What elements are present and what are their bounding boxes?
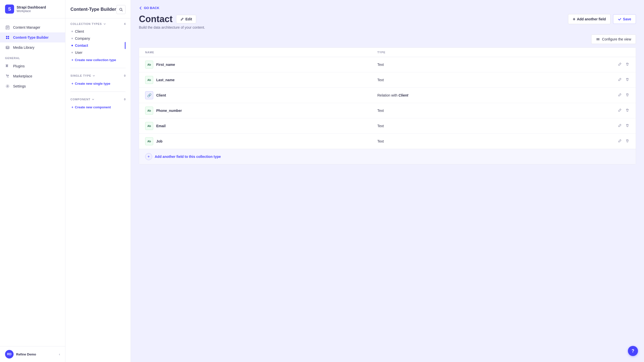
add-field-plus-icon: + xyxy=(145,153,152,160)
field-name-cell: Ab Job xyxy=(145,137,377,145)
field-delete-button[interactable] xyxy=(625,93,630,98)
field-type-icon: Ab xyxy=(145,76,153,84)
content-type-sidebar: Content-Type Builder COLLECTION TYPES 4 … xyxy=(65,0,131,362)
sidebar-item-company[interactable]: Company xyxy=(70,35,126,42)
add-another-field-button[interactable]: + Add another field xyxy=(568,14,611,24)
sidebar-title: Content-Type Builder xyxy=(70,7,116,12)
nav-item-content-manager[interactable]: Content Manager xyxy=(0,22,65,32)
single-type-count: 0 xyxy=(124,74,126,77)
edit-button[interactable]: Edit xyxy=(176,15,196,23)
puzzle-icon xyxy=(5,64,10,69)
field-type: Text xyxy=(377,109,610,113)
user-avatar: RD xyxy=(5,350,14,358)
collection-types-count: 4 xyxy=(124,22,126,25)
field-edit-button[interactable] xyxy=(618,108,622,113)
nav-chevron-icon[interactable]: ‹ xyxy=(59,352,60,356)
collection-types-label: COLLECTION TYPES xyxy=(70,22,106,25)
table-row: Ab First_name Text xyxy=(139,57,636,72)
field-delete-button[interactable] xyxy=(625,139,630,144)
general-section-label: GENERAL xyxy=(0,53,65,61)
field-edit-button[interactable] xyxy=(618,93,622,98)
component-label: COMPONENT xyxy=(70,98,94,101)
nav-item-media-library[interactable]: Media Library xyxy=(0,42,65,53)
field-name: Last_name xyxy=(156,78,175,82)
nav-item-plugins[interactable]: Plugins xyxy=(0,61,65,71)
nav-item-marketplace[interactable]: Marketplace xyxy=(0,71,65,81)
field-type: Text xyxy=(377,63,610,67)
svg-point-12 xyxy=(7,86,8,87)
field-actions xyxy=(610,108,630,113)
user-name: Refine Demo xyxy=(16,352,56,356)
sidebar-item-user[interactable]: User xyxy=(70,49,126,56)
main-content: GO BACK Contact Edit + Add another field… xyxy=(131,0,644,362)
list-dot xyxy=(71,52,73,53)
field-actions xyxy=(610,123,630,129)
svg-line-14 xyxy=(122,10,123,11)
nav-item-content-type-builder[interactable]: Content-Type Builder xyxy=(0,32,65,42)
go-back-link[interactable]: GO BACK xyxy=(139,6,636,10)
add-field-footer[interactable]: + Add another field to this collection t… xyxy=(139,149,636,164)
sidebar-divider-2 xyxy=(70,92,126,92)
help-button[interactable]: ? xyxy=(628,346,638,356)
sidebar-item-client[interactable]: Client xyxy=(70,28,126,35)
field-edit-button[interactable] xyxy=(618,77,622,83)
nav-header: S Strapi Dashboard Workplace xyxy=(0,0,65,18)
list-dot xyxy=(71,38,73,39)
svg-rect-7 xyxy=(8,38,9,39)
image-icon xyxy=(5,45,10,50)
field-delete-button[interactable] xyxy=(625,108,630,113)
field-delete-button[interactable] xyxy=(625,62,630,67)
sidebar-divider xyxy=(70,68,126,68)
app-subtitle: Workplace xyxy=(17,9,46,13)
nav-item-label: Content Manager xyxy=(13,25,40,29)
app-name: Strapi Dashboard xyxy=(17,5,46,9)
svg-rect-6 xyxy=(6,38,7,39)
field-edit-button[interactable] xyxy=(618,62,622,67)
field-delete-button[interactable] xyxy=(625,123,630,129)
field-actions xyxy=(610,93,630,98)
sidebar-item-contact[interactable]: Contact xyxy=(70,42,126,49)
grid-icon xyxy=(5,35,10,40)
svg-point-10 xyxy=(7,77,8,78)
nav-item-label: Settings xyxy=(13,84,26,88)
field-type: Text xyxy=(377,78,610,82)
field-actions xyxy=(610,139,630,144)
nav-item-settings[interactable]: Settings xyxy=(0,81,65,91)
field-delete-button[interactable] xyxy=(625,77,630,83)
cart-icon xyxy=(5,74,10,79)
nav-item-label: Plugins xyxy=(13,64,25,68)
field-name-cell: Ab Phone_number xyxy=(145,107,377,115)
field-edit-button[interactable] xyxy=(618,139,622,144)
create-collection-type-link[interactable]: + Create new collection type xyxy=(70,56,126,64)
field-name: Client xyxy=(156,93,166,97)
save-button[interactable]: Save xyxy=(613,14,636,24)
create-component-link[interactable]: + Create new component xyxy=(70,103,126,111)
list-dot xyxy=(71,45,73,46)
collection-types-section: COLLECTION TYPES 4 Client Company Contac… xyxy=(65,18,131,66)
main-inner: GO BACK Contact Edit + Add another field… xyxy=(131,0,644,362)
svg-rect-5 xyxy=(8,36,9,37)
list-dot xyxy=(71,31,73,32)
sidebar-header: Content-Type Builder xyxy=(65,0,131,18)
add-field-footer-label: Add another field to this collection typ… xyxy=(155,155,221,159)
gear-icon xyxy=(5,84,10,89)
page-title-group: Contact Edit xyxy=(139,14,196,24)
collection-types-list: Client Company Contact User xyxy=(70,28,126,56)
configure-view-button[interactable]: Configure the view xyxy=(591,34,636,44)
field-actions xyxy=(610,77,630,83)
nav-footer: RD Refine Demo ‹ xyxy=(0,346,65,362)
field-name: First_name xyxy=(156,63,175,67)
sidebar-search-button[interactable] xyxy=(116,5,126,14)
svg-point-11 xyxy=(8,77,9,78)
field-type-icon: Ab xyxy=(145,122,153,130)
single-types-section: SINGLE TYPE 0 + Create new single type xyxy=(65,70,131,89)
page-header-row: Contact Edit + Add another field Save xyxy=(139,14,636,24)
field-type-icon: Ab xyxy=(145,61,153,69)
field-edit-button[interactable] xyxy=(618,123,622,129)
fields-table: NAME TYPE Ab First_name Text Ab xyxy=(139,48,636,164)
field-name: Job xyxy=(156,139,163,143)
nav-items-list: Content Manager Content-Type Builder Med… xyxy=(0,18,65,346)
create-single-type-link[interactable]: + Create new single type xyxy=(70,80,126,87)
field-type-icon: Ab xyxy=(145,137,153,145)
page-subtitle: Build the data architecture of your cont… xyxy=(139,25,636,29)
